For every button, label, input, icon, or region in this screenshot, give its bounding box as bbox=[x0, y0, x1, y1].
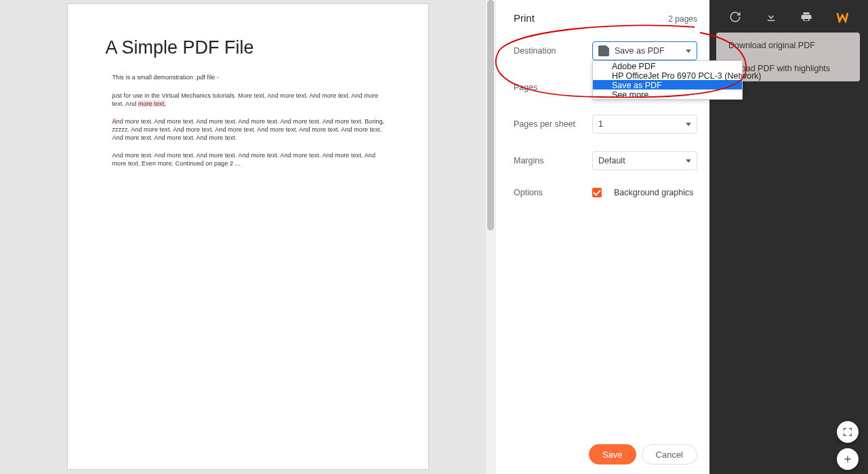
sidebar-header: Print 2 pages bbox=[514, 12, 697, 24]
preview-scrollbar[interactable] bbox=[486, 0, 495, 474]
checkbox-checked-icon[interactable] bbox=[592, 188, 602, 197]
fullscreen-button[interactable] bbox=[837, 421, 859, 443]
add-button[interactable] bbox=[837, 448, 859, 470]
background-graphics-option[interactable]: Background graphics bbox=[592, 188, 693, 197]
pages-per-sheet-row: Pages per sheet 1 bbox=[514, 115, 697, 134]
chevron-down-icon bbox=[686, 123, 691, 126]
chevron-down-icon bbox=[686, 50, 691, 53]
document-paragraph: And more text. And more text. And more t… bbox=[112, 151, 389, 167]
tooltip-line[interactable]: Download original PDF bbox=[728, 41, 848, 50]
preview-page: A Simple PDF File This is a small demons… bbox=[67, 3, 429, 470]
pages-per-sheet-dropdown[interactable]: 1 bbox=[592, 115, 697, 134]
pages-per-sheet-label: Pages per sheet bbox=[514, 119, 592, 129]
print-settings-sidebar: Print 2 pages Destination Save as PDF Ad… bbox=[495, 0, 709, 474]
margins-dropdown[interactable]: Default bbox=[592, 151, 697, 170]
cancel-button[interactable]: Cancel bbox=[642, 444, 697, 465]
refresh-icon[interactable] bbox=[729, 11, 741, 23]
page-count: 2 pages bbox=[668, 14, 697, 24]
margins-row: Margins Default bbox=[514, 151, 697, 170]
print-dialog: A Simple PDF File This is a small demons… bbox=[0, 0, 709, 474]
destination-row: Destination Save as PDF Adobe PDF HP Off… bbox=[514, 41, 697, 60]
options-label: Options bbox=[514, 188, 592, 197]
save-button[interactable]: Save bbox=[589, 444, 636, 465]
document-paragraph: This is a small demonstration .pdf file … bbox=[112, 73, 389, 81]
destination-option-adobe[interactable]: Adobe PDF bbox=[593, 61, 742, 71]
margins-label: Margins bbox=[514, 156, 592, 165]
pdf-icon bbox=[598, 45, 609, 56]
destination-option-save-as-pdf[interactable]: Save as PDF bbox=[593, 80, 742, 90]
destination-dropdown[interactable]: Save as PDF Adobe PDF HP OfficeJet Pro 6… bbox=[592, 41, 697, 60]
scrollbar-thumb[interactable] bbox=[487, 0, 494, 231]
document-paragraph: just for use in the Virtual Mechanics tu… bbox=[112, 92, 389, 108]
destination-label: Destination bbox=[514, 46, 592, 56]
destination-selected: Save as PDF bbox=[615, 46, 665, 56]
viewer-toolbar bbox=[709, 0, 868, 34]
highlighted-text: more text. bbox=[138, 100, 166, 107]
document-paragraph: And more text. And more text. And more t… bbox=[112, 117, 389, 142]
destination-menu: Adobe PDF HP OfficeJet Pro 6970 PCL-3 (N… bbox=[592, 60, 743, 100]
document-title: A Simple PDF File bbox=[106, 35, 389, 60]
print-preview-area: A Simple PDF File This is a small demons… bbox=[0, 0, 495, 474]
destination-option-see-more[interactable]: See more... bbox=[593, 90, 742, 99]
print-icon[interactable] bbox=[800, 11, 812, 23]
destination-option-hp[interactable]: HP OfficeJet Pro 6970 PCL-3 (Network) bbox=[593, 71, 742, 80]
margins-value: Default bbox=[598, 156, 625, 165]
app-logo-icon[interactable] bbox=[836, 11, 848, 23]
pages-label: Pages bbox=[514, 83, 592, 92]
chevron-down-icon bbox=[686, 159, 691, 163]
download-icon[interactable] bbox=[765, 11, 777, 23]
button-row: Save Cancel bbox=[514, 444, 697, 465]
background-graphics-label: Background graphics bbox=[614, 188, 693, 197]
print-title: Print bbox=[514, 12, 535, 24]
pages-per-sheet-value: 1 bbox=[598, 119, 603, 129]
options-row: Options Background graphics bbox=[514, 188, 697, 197]
